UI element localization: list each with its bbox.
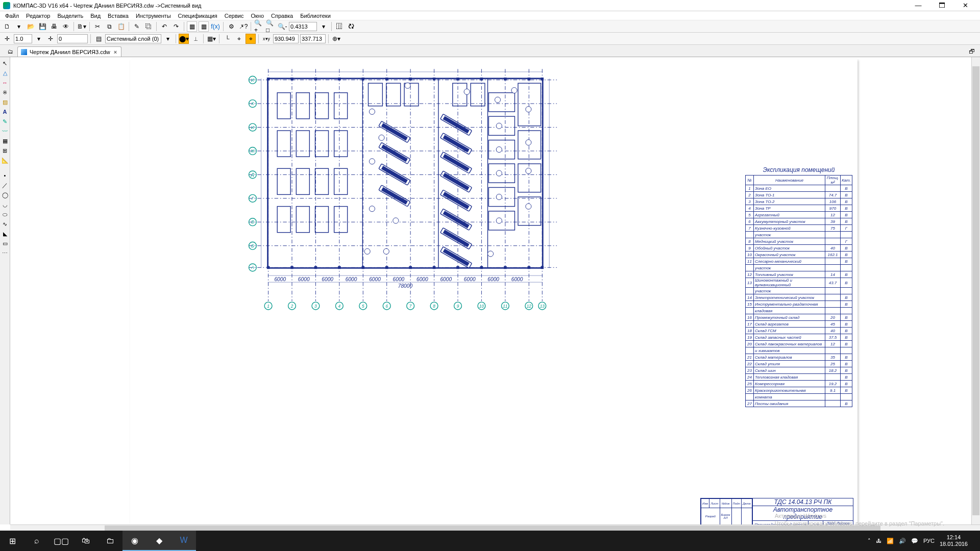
zoom-in-icon[interactable]: 🔍+ (254, 21, 264, 32)
copy-props-icon[interactable]: ⿻ (143, 21, 154, 32)
coord-y[interactable] (300, 34, 326, 43)
mgr2-icon[interactable]: ▦ (199, 21, 209, 32)
chrome-icon[interactable]: ◉ (122, 531, 147, 551)
coord-x[interactable] (273, 34, 299, 43)
chamfer-tool-icon[interactable]: ◣ (1, 230, 9, 238)
menu-insert[interactable]: Вставка (105, 12, 132, 20)
lw-drop-icon[interactable]: ▾ (34, 34, 44, 44)
start-button[interactable]: ⊞ (0, 531, 24, 551)
tray-network-icon[interactable]: 🖧 (876, 538, 881, 544)
tree-icon[interactable]: 🗂 (6, 47, 14, 56)
taskview-icon[interactable]: ▢▢ (49, 531, 74, 551)
style-color-icon[interactable]: ⬤▾ (179, 34, 189, 44)
snap-toggle-icon[interactable]: ⌖ (246, 34, 256, 44)
snap-enable-icon[interactable]: ⌖ (234, 34, 244, 44)
copy-icon[interactable]: ⧉ (104, 21, 114, 32)
preview-icon[interactable]: 👁 (61, 21, 71, 32)
params-tool-icon[interactable]: ⊞ (1, 146, 9, 155)
tray-chevron-icon[interactable]: ˄ (868, 538, 871, 544)
new-doc-icon[interactable]: 🗋 (2, 21, 12, 32)
tray-notify-icon[interactable]: 💬 (911, 538, 918, 544)
store-icon[interactable]: 🛍 (74, 531, 98, 551)
ortho-icon[interactable]: ⟂ (190, 34, 201, 44)
vertical-scrollbar[interactable] (971, 57, 980, 524)
svg-text:9: 9 (457, 304, 459, 309)
ellipse-tool-icon[interactable]: ⬭ (1, 210, 9, 218)
paste-icon[interactable]: 📋 (116, 21, 126, 32)
step-icon[interactable]: ✛ (45, 34, 56, 44)
line-tool-icon[interactable]: ／ (1, 181, 9, 189)
select-tool-icon[interactable]: ↖ (1, 59, 9, 67)
menu-spec[interactable]: Спецификация (175, 12, 220, 20)
zoom-fit-icon[interactable]: 🔍□ (265, 21, 276, 32)
rect-tool-icon[interactable]: ▭ (1, 239, 9, 247)
redo-icon[interactable]: ↷ (171, 21, 181, 32)
dims-tool-icon[interactable]: ↔ (1, 79, 9, 87)
tray-volume-icon[interactable]: 🔊 (899, 538, 906, 544)
word-icon[interactable]: W (172, 531, 196, 551)
print-icon[interactable]: 🖶 (49, 21, 59, 32)
menu-window[interactable]: Окно (248, 12, 267, 20)
menu-select[interactable]: Выделить (54, 12, 86, 20)
save-icon[interactable]: 💾 (37, 21, 47, 32)
table-tool-icon[interactable]: ▦ (1, 137, 9, 145)
text-tool-icon[interactable]: А (1, 108, 9, 116)
lcs-icon[interactable]: └ (222, 34, 232, 44)
props-icon[interactable]: ✎ (132, 21, 142, 32)
svg-rect-52 (277, 207, 290, 233)
gear-icon[interactable]: ⚙ (226, 21, 236, 32)
layer-combo[interactable] (105, 34, 161, 43)
zoom-out-icon[interactable]: 🔍- (277, 21, 287, 32)
help-cursor-icon[interactable]: ⭷? (238, 21, 248, 32)
explorer-icon[interactable]: 🗀 (98, 531, 122, 551)
layer-icon[interactable]: ▤ (93, 34, 104, 44)
snap-xy-icon[interactable]: ✛ (2, 34, 12, 44)
menu-edit[interactable]: Редактор (23, 12, 53, 20)
vars-icon[interactable]: f(x) (210, 21, 220, 32)
zoom-drop-icon[interactable]: ▾ (318, 21, 329, 32)
search-icon[interactable]: ⌕ (24, 531, 49, 551)
menu-libs[interactable]: Библиотеки (297, 12, 334, 20)
document-tab[interactable]: Чертеж ДАниил ВЕРСИЯ3.cdw × (17, 46, 121, 57)
geom-tool-icon[interactable]: △ (1, 69, 9, 77)
measure-tool-icon[interactable]: 📐 (1, 156, 9, 164)
kompas-task-icon[interactable]: ◆ (147, 531, 172, 551)
tray-clock[interactable]: 12:14 18.01.2016 (940, 534, 968, 547)
tray-wifi-icon[interactable]: 📶 (887, 538, 894, 544)
edit-tool-icon[interactable]: ✎ (1, 117, 9, 126)
lineweight-input[interactable] (14, 34, 32, 43)
grid-icon[interactable]: ▦▾ (206, 34, 216, 44)
undo-icon[interactable]: ↶ (159, 21, 169, 32)
menu-service[interactable]: Сервис (222, 12, 247, 20)
mgr1-icon[interactable]: ▦ (187, 21, 197, 32)
menu-view[interactable]: Вид (87, 12, 104, 20)
close-button[interactable]: ✕ (953, 0, 977, 11)
open-icon[interactable]: 📂 (26, 21, 36, 32)
point-tool-icon[interactable]: • (1, 171, 9, 180)
doc-manager-icon[interactable]: 🗎▾ (77, 21, 87, 32)
tab-close-icon[interactable]: × (113, 49, 118, 55)
bezier-tool-icon[interactable]: ∿ (1, 220, 9, 228)
spline-tool-icon[interactable]: 〰 (1, 127, 9, 135)
restore-tab-icon[interactable]: 🗗 (967, 46, 977, 57)
tray-language[interactable]: РУС (923, 538, 935, 544)
layer-drop-icon[interactable]: ▾ (163, 34, 173, 44)
menu-file[interactable]: Файл (2, 12, 22, 20)
dropdown-icon[interactable]: ▾ (14, 21, 24, 32)
arc-tool-icon[interactable]: ◡ (1, 201, 9, 209)
symbols-tool-icon[interactable]: ※ (1, 88, 9, 96)
menu-help[interactable]: Справка (268, 12, 296, 20)
hatch-tool-icon[interactable]: ▨ (1, 98, 9, 106)
view1-icon[interactable]: ⿲ (334, 21, 345, 32)
maximize-button[interactable]: 🗖 (930, 0, 953, 11)
zoom-input[interactable] (289, 22, 317, 31)
cut-icon[interactable]: ✂ (92, 21, 103, 32)
value-input[interactable] (57, 34, 88, 43)
circle-tool-icon[interactable]: ◯ (1, 191, 9, 199)
aux-tool-icon[interactable]: ⋯ (1, 249, 9, 257)
minimize-button[interactable]: — (906, 0, 930, 11)
drawing-canvas[interactable]: И К И Ж Д Г В Б А 1 2 (10, 57, 971, 524)
round-icon[interactable]: ⊕▾ (331, 34, 341, 44)
refresh-icon[interactable]: 🗘 (346, 21, 356, 32)
menu-tools[interactable]: Инструменты (133, 12, 174, 20)
